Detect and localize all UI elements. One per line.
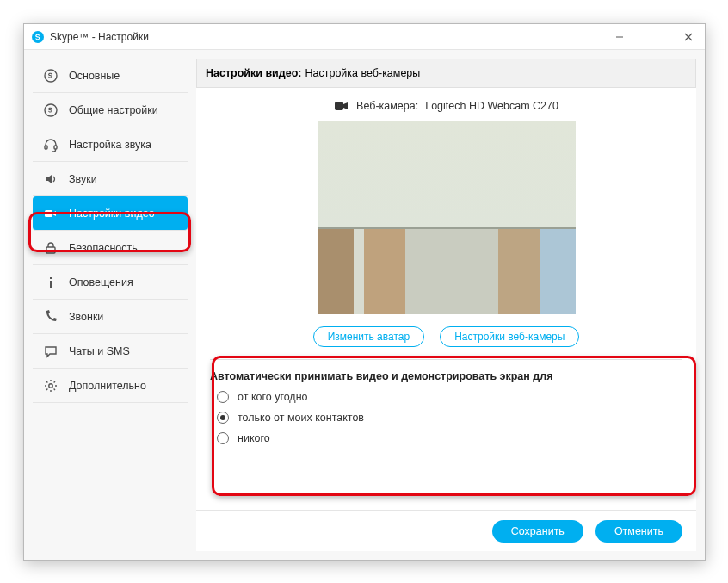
titlebar: Skype™ - Настройки (24, 24, 705, 50)
svg-rect-11 (50, 277, 52, 279)
camera-icon (334, 100, 349, 112)
sidebar: Основные Общие настройки Настройка звука… (33, 59, 188, 551)
content-panel: Настройки видео: Настройка веб-камеры Ве… (196, 59, 696, 551)
sidebar-item-advanced[interactable]: Дополнительно (33, 369, 188, 403)
radio-contacts-only[interactable]: только от моих контактов (217, 412, 682, 424)
radio-nobody[interactable]: никого (217, 432, 682, 444)
radio-label: только от моих контактов (238, 412, 364, 424)
webcam-settings-button[interactable]: Настройки веб-камеры (440, 326, 579, 347)
phone-icon (43, 309, 59, 325)
maximize-button[interactable] (645, 28, 663, 47)
svg-rect-8 (54, 146, 57, 149)
auto-accept-title: Автоматически принимать видео и демонстр… (210, 370, 682, 382)
sidebar-item-common[interactable]: Общие настройки (33, 93, 188, 127)
sidebar-item-label: Общие настройки (69, 104, 158, 116)
sidebar-item-label: Чаты и SMS (69, 345, 130, 357)
body: Основные Общие настройки Настройка звука… (24, 50, 705, 560)
header-title-rest: Настройка веб-камеры (305, 67, 420, 79)
sidebar-item-general[interactable]: Основные (33, 59, 188, 93)
radio-icon (217, 432, 229, 444)
svg-rect-9 (45, 210, 52, 217)
svg-rect-7 (45, 146, 47, 149)
svg-rect-12 (50, 281, 52, 288)
skype-icon (43, 102, 59, 118)
speaker-icon (43, 171, 59, 187)
cancel-button[interactable]: Отменить (595, 520, 682, 543)
sidebar-item-label: Основные (69, 70, 120, 82)
radio-icon (217, 412, 229, 424)
footer: Сохранить Отменить (196, 510, 696, 551)
sidebar-item-label: Настройка звука (69, 139, 151, 151)
change-avatar-button[interactable]: Изменить аватар (313, 326, 425, 347)
gear-icon (43, 378, 59, 394)
skype-icon (31, 30, 45, 44)
content-header: Настройки видео: Настройка веб-камеры (196, 59, 696, 88)
webcam-preview (318, 121, 576, 314)
button-row: Изменить аватар Настройки веб-камеры (210, 326, 682, 347)
webcam-name: Logitech HD Webcam C270 (425, 100, 558, 112)
sidebar-item-label: Дополнительно (69, 380, 146, 392)
lock-icon (43, 240, 59, 256)
sidebar-item-audio[interactable]: Настройка звука (33, 127, 188, 162)
svg-rect-10 (46, 247, 55, 253)
sidebar-item-security[interactable]: Безопасность (33, 231, 188, 265)
radio-anyone[interactable]: от кого угодно (217, 391, 682, 403)
settings-window: Skype™ - Настройки Основные Общие настро… (23, 23, 706, 561)
sidebar-item-calls[interactable]: Звонки (33, 300, 188, 334)
sidebar-item-video[interactable]: Настройки видео (33, 196, 188, 231)
save-button[interactable]: Сохранить (492, 520, 583, 543)
sidebar-item-chats[interactable]: Чаты и SMS (33, 334, 188, 369)
sidebar-item-notifications[interactable]: Оповещения (33, 265, 188, 300)
window-controls (610, 28, 698, 47)
svg-point-13 (49, 383, 52, 387)
minimize-button[interactable] (610, 28, 629, 47)
webcam-label: Веб-камера: (356, 100, 418, 112)
divider (210, 359, 682, 360)
sidebar-item-label: Оповещения (69, 276, 133, 288)
skype-icon (43, 68, 59, 84)
svg-rect-2 (651, 34, 657, 40)
window-title: Skype™ - Настройки (50, 31, 610, 43)
header-title-bold: Настройки видео: (206, 67, 301, 79)
sidebar-item-label: Звуки (69, 173, 97, 185)
close-button[interactable] (679, 28, 698, 47)
headset-icon (43, 137, 59, 152)
webcam-line: Веб-камера: Logitech HD Webcam C270 (210, 100, 682, 112)
radio-label: от кого угодно (238, 391, 308, 403)
sidebar-item-label: Безопасность (69, 242, 138, 254)
camera-icon (43, 206, 59, 221)
radio-label: никого (238, 432, 270, 444)
sidebar-item-label: Звонки (69, 311, 103, 323)
radio-icon (217, 391, 229, 403)
svg-rect-14 (335, 102, 343, 110)
chat-icon (43, 344, 59, 359)
sidebar-item-sounds[interactable]: Звуки (33, 162, 188, 196)
auto-accept-radios: от кого угодно только от моих контактов … (210, 391, 682, 444)
info-icon (43, 275, 59, 290)
content-body: Веб-камера: Logitech HD Webcam C270 Изме… (196, 88, 696, 510)
sidebar-item-label: Настройки видео (69, 208, 155, 220)
